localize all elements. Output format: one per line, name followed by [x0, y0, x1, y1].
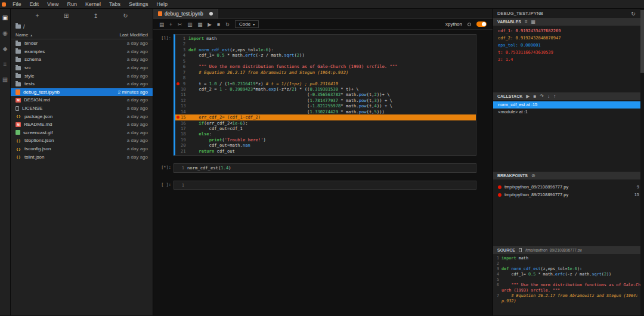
extension-manager-icon[interactable]: ▦ [2, 77, 8, 83]
debugger-bug-toggle[interactable] [476, 21, 487, 27]
menu-edit[interactable]: Edit [26, 1, 44, 7]
code-token: / ( [217, 81, 227, 86]
variable-row[interactable]: z: 1.4 [493, 56, 644, 63]
add-cell-icon[interactable]: + [169, 21, 172, 27]
refresh-icon[interactable]: ↻ [123, 13, 128, 19]
menu-file[interactable]: File [8, 1, 26, 7]
restart-kernel-icon[interactable]: ↻ [225, 21, 230, 27]
file-modified: a day ago [101, 106, 148, 111]
breakpoint-row[interactable]: tmp/xpython_89/2108896777.py15 [493, 191, 644, 199]
callstack-frame[interactable]: <module> at :1 [493, 109, 644, 116]
tree-view-icon[interactable]: ≡ [525, 19, 528, 24]
file-row[interactable]: { }package.jsona day ago [11, 112, 153, 120]
folder-icon [16, 66, 21, 70]
file-row[interactable]: LICENSEa day ago [11, 104, 153, 113]
code-line: 20 cdf_out=math.nan [175, 142, 476, 148]
code-line: 14 (1.330274429 * math.pow(t,5))) [175, 109, 476, 114]
breakpoint-icon[interactable] [175, 82, 181, 85]
menu-help[interactable]: Help [152, 1, 172, 7]
file-row[interactable]: debug_test.ipynb2 minutes ago [11, 88, 153, 97]
file-row[interactable]: schemaa day ago [11, 55, 153, 64]
refresh-icon[interactable]: ↻ [631, 11, 636, 17]
file-row[interactable]: MDESIGN.mda day ago [11, 96, 153, 104]
main-area: debug_test.ipynb ▤+✂▥▦▶■↻ Code ▾ xpython… [153, 9, 493, 315]
file-row[interactable]: { }tdoptions.jsona day ago [11, 137, 153, 145]
breakpoint-icon[interactable] [175, 116, 181, 119]
code-text: import math [188, 36, 217, 41]
line-number: 13 [181, 103, 188, 109]
paste-cell-icon[interactable]: ▦ [197, 21, 202, 27]
file-row[interactable]: { }tslint.jsona day ago [11, 153, 153, 161]
column-header-name[interactable]: Name ▲ [16, 32, 99, 38]
step-in-icon[interactable]: ↓ [547, 94, 550, 99]
copy-cell-icon[interactable]: ▥ [187, 21, 192, 27]
table-of-contents-icon[interactable]: ≡ [4, 61, 7, 67]
continue-icon[interactable]: ▶ [526, 94, 530, 99]
code-token: ): [577, 267, 582, 271]
save-icon[interactable]: ▤ [159, 21, 164, 27]
variable-row[interactable]: cdf_1: 0.9192433437682269 [493, 27, 644, 35]
interrupt-kernel-icon[interactable]: ■ [217, 21, 220, 27]
code-text: t = 1.0 / (1+0.2316419*z) # t = 1/(1+pz)… [188, 81, 338, 86]
file-name: screencast.gif [23, 130, 98, 135]
breakpoint-line: 15 [634, 192, 639, 197]
source-line: 5 [494, 277, 643, 283]
git-icon[interactable]: ◆ [3, 46, 8, 52]
menu-kernel[interactable]: Kernel [81, 1, 105, 7]
upload-icon[interactable]: ↥ [93, 13, 98, 19]
variable-row[interactable]: eps_tol: 0.000001 [493, 42, 644, 49]
menu-tabs[interactable]: Tabs [105, 1, 125, 7]
menu-run[interactable]: Run [63, 1, 81, 7]
file-row[interactable]: screencast.gifa day ago [11, 129, 153, 137]
running-kernels-icon[interactable]: ◉ [2, 30, 8, 36]
new-folder-icon[interactable]: ⊞ [64, 13, 69, 19]
kernel-name[interactable]: xpython [445, 21, 462, 27]
cut-cell-icon[interactable]: ✂ [178, 21, 182, 27]
line-number: 6 [494, 283, 501, 293]
file-row[interactable]: srca day ago [11, 64, 153, 72]
file-row[interactable]: { }tsconfig.jsona day ago [11, 145, 153, 153]
callstack-header-label: CALLSTACK [497, 94, 522, 98]
file-row[interactable]: bindera day ago [11, 39, 153, 48]
cell-type-dropdown[interactable]: Code ▾ [235, 20, 259, 28]
variable-row[interactable]: cdf_2: 0.9192432848870947 [493, 35, 644, 42]
file-row[interactable]: examplesa day ago [11, 48, 153, 56]
scrollbar[interactable] [640, 9, 644, 315]
breakpoints-list: tmp/xpython_89/2108896777.py9tmp/xpython… [493, 179, 644, 246]
table-view-icon[interactable]: ▦ [531, 19, 536, 24]
code-token: ))) [377, 109, 385, 114]
code-text: norm_cdf_est(1.4) [187, 165, 231, 171]
variable-row[interactable]: t: 0.75331166743610539 [493, 49, 644, 56]
callstack-frame[interactable]: norm_cdf_est at :15 [493, 101, 644, 109]
new-launcher-icon[interactable]: + [35, 13, 39, 19]
step-over-icon[interactable]: ↷ [540, 94, 544, 99]
deactivate-breakpoints-icon[interactable]: ⊘ [531, 173, 535, 178]
file-browser-icon[interactable]: ▣ [2, 15, 8, 21]
breadcrumb-root[interactable]: / [23, 24, 24, 30]
file-name: tests [24, 81, 98, 86]
run-cell-icon[interactable]: ▶ [208, 21, 212, 27]
scrollbar-thumb[interactable] [640, 10, 644, 73]
file-row[interactable]: testsa day ago [11, 80, 153, 88]
code-line: 4 cdf_1= 0.5 * math.erfc(-z / math.sqrt(… [175, 52, 476, 58]
menu-view[interactable]: View [43, 1, 63, 7]
callstack-header-icons: ▶■↷↓↑ [526, 94, 556, 99]
code-token: )) [606, 272, 611, 277]
terminate-icon[interactable]: ■ [533, 94, 536, 99]
close-icon[interactable] [209, 12, 213, 16]
step-out-icon[interactable]: ↑ [553, 94, 556, 99]
column-header-modified[interactable]: Last Modified [99, 32, 148, 38]
code-cell[interactable]: 1import math23def norm_cdf_est(z,eps_tol… [174, 34, 476, 156]
code-token: pow [359, 98, 367, 103]
tab-debug-test-ipynb[interactable]: debug_test.ipynb [153, 9, 218, 18]
breakpoints-header-icons: ⊘ [531, 173, 535, 178]
code-cell[interactable]: 1norm_cdf_est(1.4) [174, 163, 476, 172]
menu-bar-items: FileEditViewRunKernelTabsSettingsHelp [8, 1, 172, 7]
image-icon [16, 130, 20, 135]
file-row[interactable]: MREADME.mda day ago [11, 120, 153, 129]
menu-settings[interactable]: Settings [125, 1, 153, 7]
code-line: 1import math [175, 36, 476, 41]
file-row[interactable]: stylea day ago [11, 72, 153, 80]
code-cell[interactable]: 1 [174, 181, 476, 190]
breakpoint-row[interactable]: tmp/xpython_89/2108896777.py9 [493, 183, 644, 191]
